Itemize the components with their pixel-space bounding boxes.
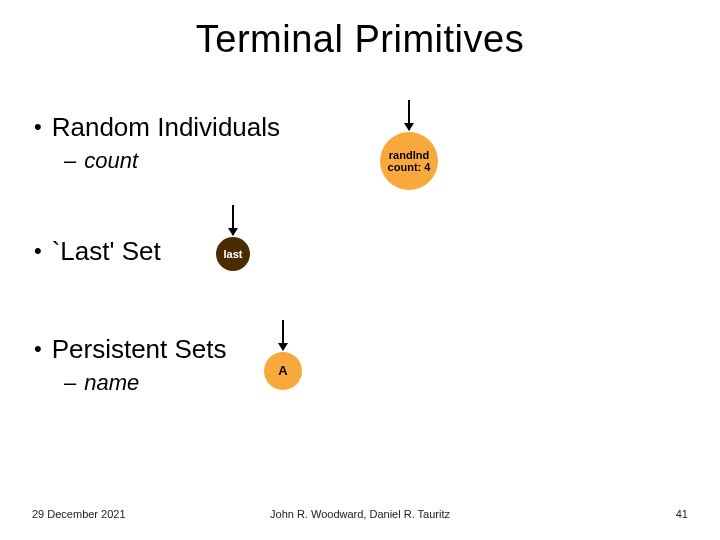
page-title: Terminal Primitives (0, 18, 720, 61)
bullet-dot-icon: • (34, 336, 42, 361)
arrow-down-icon (232, 205, 234, 235)
bullet-last-label: `Last' Set (52, 236, 161, 266)
subbullet-count-label: count (84, 148, 138, 173)
bullet-random-label: Random Individuals (52, 112, 280, 142)
node-randind-line2: count: 4 (388, 161, 431, 173)
circle-icon: A (264, 352, 302, 390)
subbullet-name-label: name (84, 370, 139, 395)
node-a: A (258, 320, 308, 390)
circle-icon: last (216, 237, 250, 271)
subbullet-name: –name (64, 370, 139, 396)
arrow-down-icon (408, 100, 410, 130)
bullet-persistent-label: Persistent Sets (52, 334, 227, 364)
subbullet-count: –count (64, 148, 138, 174)
dash-icon: – (64, 370, 76, 395)
node-randind: randInd count: 4 (374, 100, 444, 190)
bullet-dot-icon: • (34, 114, 42, 139)
arrow-down-icon (282, 320, 284, 350)
node-a-text: A (278, 364, 287, 378)
circle-icon: randInd count: 4 (380, 132, 438, 190)
footer-page-number: 41 (676, 508, 688, 520)
node-last: last (208, 205, 258, 271)
footer-authors: John R. Woodward, Daniel R. Tauritz (0, 508, 720, 520)
bullet-dot-icon: • (34, 238, 42, 263)
bullet-persistent-sets: •Persistent Sets (34, 334, 227, 365)
bullet-last-set: •`Last' Set (34, 236, 161, 267)
node-last-text: last (224, 248, 243, 260)
dash-icon: – (64, 148, 76, 173)
node-randind-line1: randInd (389, 149, 429, 161)
bullet-random-individuals: •Random Individuals (34, 112, 280, 143)
